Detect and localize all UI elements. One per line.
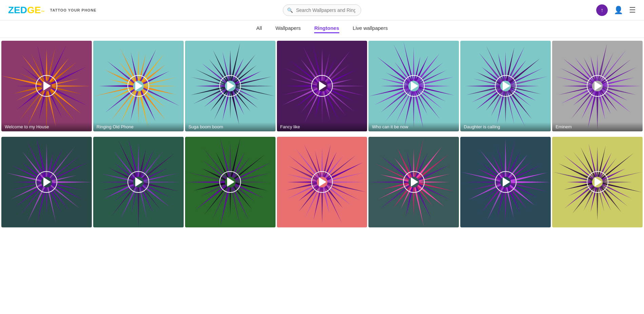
play-icon	[411, 81, 418, 91]
ringtone-card[interactable]: Who can it be now	[368, 41, 459, 131]
ringtone-grid: Welcome to my House Ringing Old Phone Su…	[0, 38, 644, 134]
play-button[interactable]	[127, 75, 149, 97]
ringtone-card[interactable]	[185, 137, 276, 227]
play-button[interactable]	[311, 171, 333, 193]
play-button[interactable]	[311, 75, 333, 97]
tab-all[interactable]: All	[256, 25, 262, 33]
header-right: ↑ 👤 ☰	[596, 4, 636, 16]
ringtone-card[interactable]: Suga boom boom	[185, 41, 276, 131]
ringtone-card[interactable]	[368, 137, 459, 227]
card-label: Suga boom boom	[185, 122, 276, 131]
card-label: Fancy like	[277, 122, 367, 131]
ringtone-card[interactable]	[1, 137, 92, 227]
play-button[interactable]	[127, 171, 149, 193]
search-input[interactable]	[283, 4, 361, 16]
play-icon	[319, 81, 326, 91]
play-icon	[411, 177, 418, 187]
play-icon	[503, 177, 510, 187]
play-icon	[135, 177, 143, 187]
play-button[interactable]	[495, 75, 517, 97]
tab-wallpapers[interactable]: Wallpapers	[276, 25, 301, 33]
play-button[interactable]	[219, 171, 241, 193]
play-icon	[319, 177, 326, 187]
play-button[interactable]	[403, 171, 425, 193]
search-icon: 🔍	[287, 7, 293, 13]
play-icon	[227, 177, 235, 187]
card-label: Welcome to my House	[1, 122, 92, 131]
card-label: Ringing Old Phone	[93, 122, 184, 131]
play-button[interactable]	[587, 75, 608, 97]
play-icon	[43, 177, 51, 187]
ringtone-card[interactable]: Ringing Old Phone	[93, 41, 184, 131]
play-button[interactable]	[36, 75, 57, 97]
play-button[interactable]	[36, 171, 57, 193]
logo[interactable]: Z E D G E ™	[8, 5, 45, 15]
tab-ringtones[interactable]: Ringtones	[314, 25, 339, 33]
upload-button[interactable]: ↑	[596, 4, 608, 16]
play-button[interactable]	[219, 75, 241, 97]
play-button[interactable]	[587, 171, 608, 193]
card-label: Who can it be now	[368, 122, 459, 131]
upload-icon: ↑	[601, 7, 603, 13]
ringtone-card[interactable]	[460, 137, 551, 227]
play-button[interactable]	[403, 75, 425, 97]
ringtone-card[interactable]	[552, 137, 643, 227]
play-icon	[503, 81, 510, 91]
ringtone-card[interactable]: Welcome to my House	[1, 41, 92, 131]
ringtone-card[interactable]: Fancy like	[277, 41, 367, 131]
card-label: Eminem	[552, 122, 643, 131]
card-label: Daughter is calling	[460, 122, 551, 131]
ringtone-grid-row2	[0, 134, 644, 230]
play-icon	[227, 81, 235, 91]
nav-tabs: All Wallpapers Ringtones Live wallpapers	[0, 20, 644, 38]
play-icon	[595, 177, 602, 187]
menu-icon[interactable]: ☰	[629, 6, 636, 15]
play-icon	[595, 81, 602, 91]
ringtone-card[interactable]: Eminem	[552, 41, 643, 131]
tab-live-wallpapers[interactable]: Live wallpapers	[353, 25, 388, 33]
play-button[interactable]	[495, 171, 517, 193]
header: Z E D G E ™ TATTOO YOUR PHONE 🔍 ↑ 👤 ☰	[0, 0, 644, 20]
play-icon	[135, 81, 143, 91]
ringtone-card[interactable]: Daughter is calling	[460, 41, 551, 131]
ringtone-card[interactable]	[93, 137, 184, 227]
ringtone-card[interactable]	[277, 137, 367, 227]
logo-area: Z E D G E ™ TATTOO YOUR PHONE	[8, 5, 97, 15]
play-icon	[43, 81, 51, 91]
tagline: TATTOO YOUR PHONE	[50, 8, 97, 12]
search-bar: 🔍	[283, 4, 361, 16]
user-icon[interactable]: 👤	[614, 6, 623, 15]
